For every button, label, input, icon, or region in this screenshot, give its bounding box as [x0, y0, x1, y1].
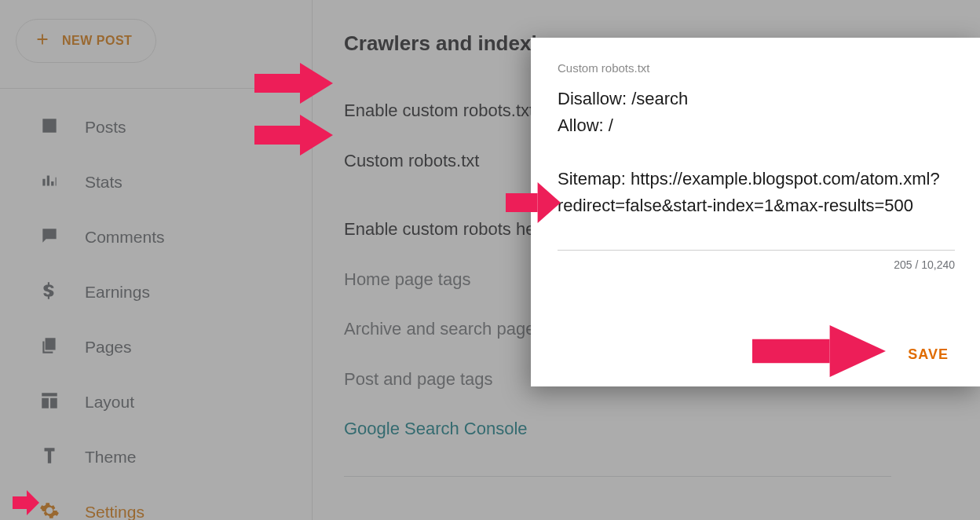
- custom-robots-dialog: Custom robots.txt 205 / 10,240 SAVE: [531, 38, 980, 386]
- robots-txt-textarea[interactable]: [558, 86, 955, 251]
- save-button[interactable]: SAVE: [908, 346, 949, 363]
- dialog-field-label: Custom robots.txt: [558, 61, 955, 75]
- char-count: 205 / 10,240: [558, 258, 955, 271]
